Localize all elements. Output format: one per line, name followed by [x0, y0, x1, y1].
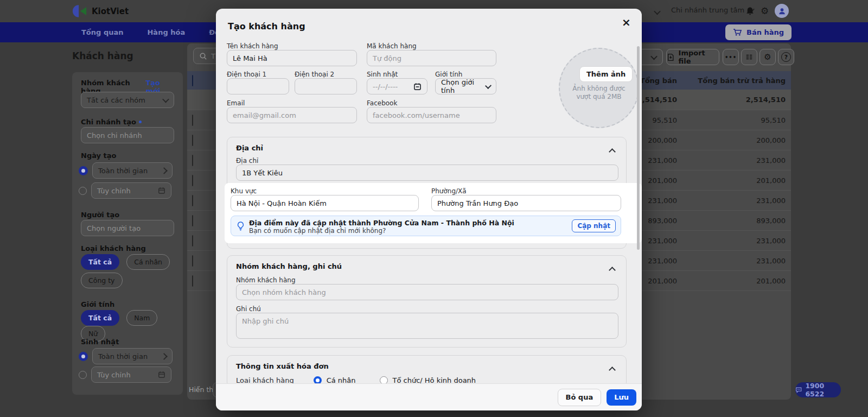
- search-icon: [199, 52, 207, 60]
- row-select-cell[interactable]: [192, 195, 210, 206]
- branch-filter-input[interactable]: Chọn chi nhánh: [81, 127, 174, 143]
- gender-heading: Giới tính: [81, 300, 114, 308]
- row-select-cell[interactable]: [192, 135, 210, 146]
- created-date-custom[interactable]: Tùy chỉnh: [91, 182, 171, 199]
- row-select-cell[interactable]: [192, 256, 210, 266]
- cart-icon: [733, 28, 742, 36]
- customer-type-heading: Loại khách hàng: [81, 244, 146, 252]
- row-select-cell[interactable]: [192, 276, 210, 286]
- chip-label: Tất cả: [88, 258, 112, 266]
- cancel-label: Bỏ qua: [566, 393, 593, 401]
- code-input[interactable]: Tự động: [367, 50, 496, 66]
- cell-net-sales: 201,000: [677, 277, 786, 285]
- chevron-up-icon: [609, 267, 616, 274]
- creator-placeholder: Chọn người tạo: [87, 224, 141, 232]
- support-chat-button[interactable]: 1900 6522: [795, 382, 841, 397]
- email-input[interactable]: email@gmail.com: [227, 107, 357, 123]
- region-input[interactable]: Hà Nội - Quận Hoàn Kiếm: [231, 195, 419, 211]
- chevron-right-icon: [161, 353, 168, 360]
- type-chip-company[interactable]: Công ty: [81, 273, 123, 288]
- columns-button[interactable]: [741, 49, 757, 65]
- add-photo-button[interactable]: Thêm ảnh: [579, 66, 633, 82]
- update-address-label: Cập nhật: [577, 222, 610, 230]
- close-button[interactable]: ×: [622, 16, 631, 29]
- code-label: Mã khách hàng: [367, 42, 417, 50]
- nav-item-overview[interactable]: Tổng quan: [81, 28, 123, 36]
- row-select-cell[interactable]: [192, 115, 210, 125]
- modal-scrollbar[interactable]: [637, 46, 640, 250]
- invoice-info-section: Thông tin xuất hóa đơn Loại khách hàng C…: [227, 355, 627, 388]
- email-placeholder: email@gmail.com: [233, 111, 296, 119]
- created-date-heading: Ngày tạo: [81, 151, 116, 160]
- update-address-button[interactable]: Cập nhật: [572, 219, 616, 232]
- customer-group-input[interactable]: Chọn nhóm khách hàng: [236, 284, 618, 300]
- settings-button[interactable]: ⚙: [761, 5, 769, 16]
- sell-button[interactable]: Bán hàng: [725, 24, 792, 40]
- gender-select[interactable]: Chọn giới tính: [435, 78, 496, 94]
- birthday-custom[interactable]: Tùy chỉnh: [91, 367, 171, 383]
- cancel-button[interactable]: Bỏ qua: [558, 389, 602, 406]
- photo-size-hint: Ảnh không được vượt quá 2MB: [566, 85, 631, 101]
- import-file-button[interactable]: Import file: [666, 49, 719, 65]
- help-button[interactable]: ?: [778, 49, 794, 65]
- modal-title: Tạo khách hàng: [228, 21, 305, 31]
- ward-input[interactable]: Phường Trần Hưng Đạo: [431, 195, 621, 211]
- type-chip-personal[interactable]: Cá nhân: [126, 254, 170, 270]
- chip-label: Nữ: [88, 330, 98, 338]
- custom-label: Tùy chỉnh: [97, 187, 131, 195]
- cell-net-sales: 893,000: [677, 217, 786, 225]
- user-avatar[interactable]: [775, 4, 789, 18]
- avatar-upload-zone[interactable]: Thêm ảnh Ảnh không được vượt quá 2MB: [559, 48, 639, 128]
- notice-question: Bạn có muốn cập nhật địa chỉ mới không?: [249, 227, 386, 235]
- region-label: Khu vực: [231, 187, 257, 195]
- creator-input[interactable]: Chọn người tạo: [81, 220, 174, 236]
- created-date-all-time[interactable]: Toàn thời gian: [92, 162, 173, 179]
- chip-label: Công ty: [88, 276, 115, 285]
- radio-icon[interactable]: [79, 371, 87, 379]
- collapse-section-button[interactable]: [610, 264, 615, 275]
- birthday-all-time[interactable]: Toàn thời gian: [92, 348, 173, 364]
- address-input[interactable]: 1B Yết Kiêu: [236, 165, 618, 181]
- filters-sidebar: Nhóm khách hàng Tạo mới Tất cả các nhóm …: [72, 72, 183, 395]
- radio-selected-icon[interactable]: [79, 166, 88, 175]
- add-photo-label: Thêm ảnh: [586, 70, 626, 78]
- customer-group-placeholder: Chọn nhóm khách hàng: [242, 288, 326, 296]
- branch-selector[interactable]: Chi nhánh trung tâm: [671, 6, 754, 14]
- checkbox-icon: [192, 215, 193, 226]
- checkbox-icon: [192, 235, 193, 247]
- kiotviet-app: KiotViet Chi nhánh trung tâm ⚙: [0, 0, 868, 417]
- phone2-input[interactable]: [295, 78, 357, 94]
- collapse-section-button[interactable]: [610, 146, 615, 156]
- row-select-cell[interactable]: [192, 216, 210, 226]
- collapse-section-button[interactable]: [610, 364, 615, 375]
- type-chip-all[interactable]: Tất cả: [81, 254, 119, 270]
- gender-chip-all[interactable]: Tất cả: [81, 310, 119, 326]
- address-update-spotlight: Khu vực Hà Nội - Quận Hoàn Kiếm Phường/X…: [225, 183, 642, 243]
- phone1-input[interactable]: [227, 78, 289, 94]
- radio-selected-icon[interactable]: [79, 352, 88, 361]
- facebook-input[interactable]: facebook.com/username: [367, 107, 496, 123]
- gender-chip-male[interactable]: Nam: [126, 310, 157, 326]
- table-settings-button[interactable]: ⚙: [760, 49, 776, 65]
- ellipsis-icon: •••: [725, 54, 737, 60]
- more-actions-button[interactable]: •••: [723, 49, 739, 65]
- column-header-net-sales[interactable]: Tổng bán trừ trả hàng: [677, 77, 786, 85]
- customer-group-label: Nhóm khách hàng: [236, 276, 296, 284]
- nav-item-products[interactable]: Hàng hóa: [147, 28, 185, 36]
- import-file-label: Import file: [679, 49, 719, 65]
- note-textarea[interactable]: Nhập ghi chú: [236, 313, 618, 339]
- row-select-cell[interactable]: [192, 236, 210, 246]
- brand-logo[interactable]: KiotViet: [72, 4, 129, 18]
- name-input[interactable]: Lê Mai Hà: [227, 50, 357, 66]
- save-button[interactable]: Lưu: [607, 389, 636, 406]
- notifications-button[interactable]: [745, 7, 755, 18]
- address-update-notice: Địa điểm này đã cập nhật thành Phường Cử…: [231, 216, 621, 236]
- row-select-cell[interactable]: [192, 155, 210, 166]
- radio-icon[interactable]: [79, 187, 87, 195]
- group-select[interactable]: Tất cả các nhóm: [81, 92, 174, 108]
- support-phone: 1900 6522: [805, 382, 841, 398]
- row-select-cell[interactable]: [192, 175, 210, 186]
- birthday-input[interactable]: --/--/----: [367, 78, 427, 94]
- gear-icon: ⚙: [761, 5, 769, 16]
- select-all-cell[interactable]: [192, 75, 210, 86]
